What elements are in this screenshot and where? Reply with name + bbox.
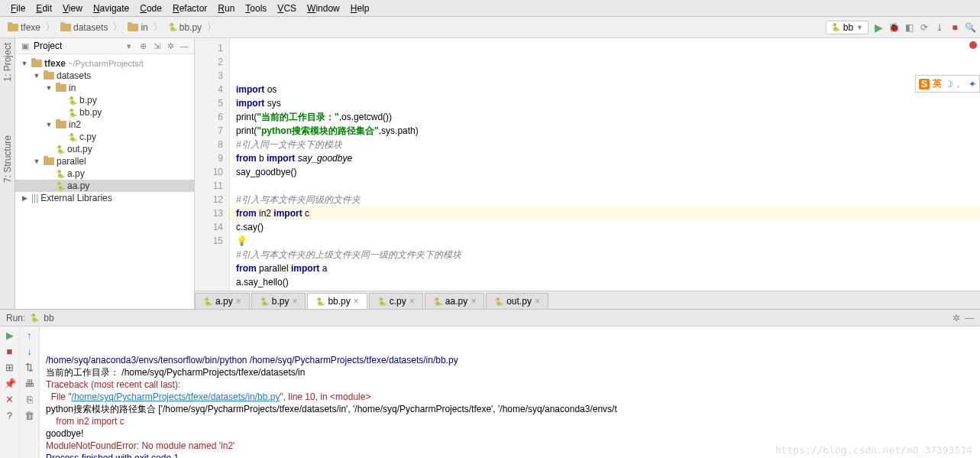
- search-button[interactable]: 🔍: [965, 22, 975, 33]
- crumb-bb.py[interactable]: 🐍bb.py: [165, 21, 205, 34]
- trash-icon[interactable]: 🗑: [24, 410, 34, 421]
- hide-icon[interactable]: —: [965, 313, 974, 323]
- code-line-10[interactable]: from in2 import c: [236, 206, 974, 220]
- code-editor[interactable]: 123456789101112131415 import osimport sy…: [195, 38, 980, 291]
- tree-item-datasets[interactable]: ▼datasets: [15, 70, 194, 82]
- close-icon[interactable]: ×: [535, 296, 540, 307]
- structure-tool-tab[interactable]: 7: Structure: [2, 135, 13, 183]
- up-icon[interactable]: ↑: [27, 330, 32, 341]
- menu-refactor[interactable]: Refactor: [168, 2, 212, 15]
- close-icon[interactable]: ×: [354, 296, 359, 307]
- watermark: https://blog.csdn.net/m0_37393514: [775, 444, 972, 456]
- down-icon[interactable]: ↓: [27, 346, 32, 357]
- console-output[interactable]: /home/syq/anaconda3/envs/tensorflow/bin/…: [40, 326, 980, 458]
- menu-vcs[interactable]: VCS: [273, 2, 301, 15]
- code-content[interactable]: import osimport sysprint("当前的工作目录：",os.g…: [230, 38, 980, 291]
- gear-icon[interactable]: ✲: [953, 313, 960, 323]
- coverage-button[interactable]: ◧: [904, 22, 914, 33]
- rerun-button[interactable]: ▶: [6, 330, 14, 341]
- crumb-tfexe[interactable]: tfexe: [5, 21, 44, 34]
- ime-more-icon[interactable]: ✦: [969, 79, 976, 89]
- menu-tools[interactable]: Tools: [241, 2, 271, 15]
- print-icon[interactable]: 🖶: [24, 378, 34, 389]
- toolbar: 🐍 bb ▼ ▶ 🐞 ◧ ⟳ ⤓ ■ 🔍: [826, 21, 975, 34]
- error-stripe-icon[interactable]: [969, 41, 977, 49]
- tab-b.py[interactable]: 🐍b.py×: [251, 293, 306, 309]
- tab-out.py[interactable]: 🐍out.py×: [486, 293, 548, 309]
- menu-help[interactable]: Help: [346, 2, 374, 15]
- help-icon[interactable]: ?: [7, 410, 12, 421]
- project-tool-tab[interactable]: 1: Project: [2, 43, 13, 82]
- code-line-5[interactable]: #引入同一文件夹下的模块: [236, 138, 974, 151]
- code-line-3[interactable]: print("当前的工作目录：",os.getcwd()): [236, 110, 974, 124]
- tree-item-in[interactable]: ▼in: [15, 82, 194, 94]
- menu-code[interactable]: Code: [135, 2, 167, 15]
- pin-icon[interactable]: 📌: [4, 378, 16, 389]
- wrap-icon[interactable]: ⇅: [25, 362, 34, 373]
- code-line-15[interactable]: a.say_hello(): [236, 275, 974, 289]
- attach-button[interactable]: ⤓: [934, 22, 945, 33]
- tree-item-b.py[interactable]: 🐍b.py: [15, 94, 194, 106]
- run-config-selector[interactable]: 🐍 bb ▼: [826, 21, 868, 34]
- tab-a.py[interactable]: 🐍a.py×: [195, 293, 250, 309]
- editor-area: 123456789101112131415 import osimport sy…: [195, 38, 980, 309]
- tab-aa.py[interactable]: 🐍aa.py×: [425, 293, 484, 309]
- tab-c.py[interactable]: 🐍c.py×: [369, 293, 423, 309]
- tree-item-External Libraries[interactable]: ▶|||External Libraries: [15, 192, 194, 204]
- tree-item-bb.py[interactable]: 🐍bb.py: [15, 106, 194, 119]
- project-tree[interactable]: ▼tfexe ~/PycharmProjects/t▼datasets▼in🐍b…: [15, 54, 194, 309]
- run-body: ▶ ■ ⊞ 📌 ✕ ? ↑ ↓ ⇅ 🖶 ⎘ 🗑 /home/syq/anacon…: [0, 326, 980, 458]
- menu-bar: FileEditViewNavigateCodeRefactorRunTools…: [0, 0, 980, 17]
- tree-item-aa.py[interactable]: 🐍aa.py: [15, 180, 194, 192]
- code-line-8[interactable]: [236, 179, 974, 193]
- project-panel-header: ▣ Project ▾ ⊕ ⇲ ✲ —: [15, 38, 194, 54]
- code-line-4[interactable]: print("python搜索模块的路径集合",sys.path): [236, 124, 974, 138]
- code-line-11[interactable]: c.say(): [236, 220, 974, 234]
- code-line-13[interactable]: #引入与本文件夹的上级文件夹同一级的文件夹下的模块: [236, 248, 974, 261]
- code-line-12[interactable]: 💡: [236, 234, 974, 248]
- ime-toolbar[interactable]: S 英 ☽ 、 ✦: [915, 75, 980, 93]
- crumb-in[interactable]: in: [125, 21, 150, 34]
- close-icon[interactable]: ×: [471, 296, 476, 307]
- gear-icon[interactable]: ✲: [165, 41, 176, 51]
- menu-file[interactable]: File: [6, 2, 30, 15]
- tree-item-c.py[interactable]: 🐍c.py: [15, 131, 194, 143]
- sogou-icon: S: [919, 79, 930, 89]
- code-line-14[interactable]: from parallel import a: [236, 261, 974, 275]
- collapse-icon[interactable]: ⇲: [151, 41, 162, 51]
- restore-layout-icon[interactable]: ⊞: [5, 362, 14, 373]
- run-button[interactable]: ▶: [873, 22, 884, 33]
- menu-edit[interactable]: Edit: [31, 2, 57, 15]
- close-icon[interactable]: ×: [292, 296, 297, 307]
- menu-navigate[interactable]: Navigate: [89, 2, 134, 15]
- close-icon[interactable]: ×: [409, 296, 415, 307]
- target-icon[interactable]: ⊕: [137, 41, 148, 51]
- console-actions-rail: ↑ ↓ ⇅ 🖶 ⎘ 🗑: [20, 326, 40, 458]
- close-icon[interactable]: ✕: [5, 394, 14, 405]
- code-line-7[interactable]: say_goodbye(): [236, 165, 974, 179]
- tree-item-a.py[interactable]: 🐍a.py: [15, 167, 194, 180]
- code-line-1[interactable]: import os: [236, 83, 974, 96]
- code-line-2[interactable]: import sys: [236, 96, 974, 110]
- tree-item-tfexe[interactable]: ▼tfexe ~/PycharmProjects/t: [15, 57, 194, 70]
- moon-icon[interactable]: ☽: [945, 79, 953, 89]
- tree-item-parallel[interactable]: ▼parallel: [15, 155, 194, 167]
- tree-item-out.py[interactable]: 🐍out.py: [15, 143, 194, 155]
- tab-bb.py[interactable]: 🐍bb.py×: [307, 293, 367, 309]
- menu-view[interactable]: View: [58, 2, 87, 15]
- crumb-datasets[interactable]: datasets: [57, 21, 111, 34]
- stop-button[interactable]: ■: [7, 346, 13, 357]
- menu-run[interactable]: Run: [213, 2, 239, 15]
- code-line-9[interactable]: #引入与本文件夹同级的文件夹: [236, 193, 974, 206]
- code-line-6[interactable]: from b import say_goodbye: [236, 151, 974, 165]
- view-mode-icon[interactable]: ▾: [124, 41, 134, 51]
- ime-lang[interactable]: 英: [933, 77, 942, 90]
- menu-window[interactable]: Window: [302, 2, 344, 15]
- tree-item-in2[interactable]: ▼in2: [15, 119, 194, 131]
- export-icon[interactable]: ⎘: [27, 394, 33, 405]
- profile-button[interactable]: ⟳: [919, 22, 930, 33]
- hide-icon[interactable]: —: [179, 41, 189, 51]
- close-icon[interactable]: ×: [236, 296, 241, 307]
- stop-button[interactable]: ■: [949, 22, 960, 33]
- debug-button[interactable]: 🐞: [888, 22, 899, 33]
